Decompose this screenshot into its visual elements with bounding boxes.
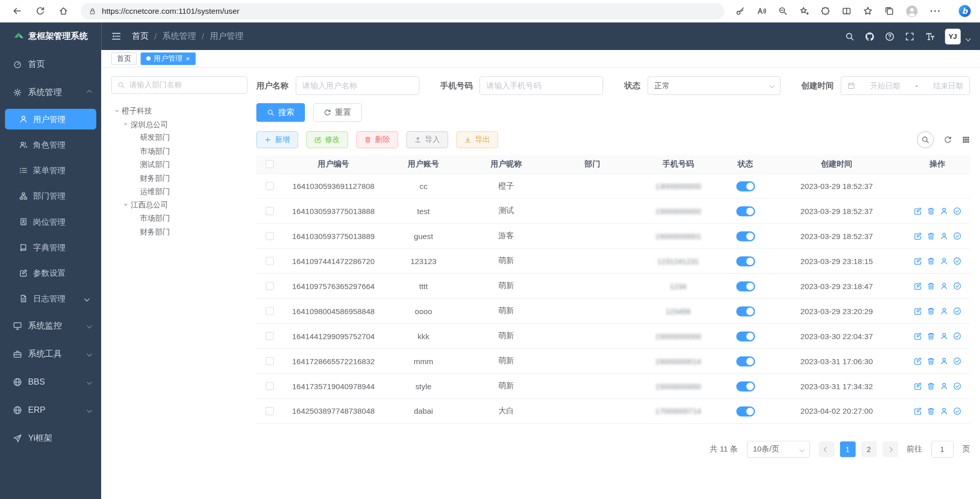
sidebar-item-user-mgmt[interactable]: 用户管理 xyxy=(0,106,101,132)
edit-icon[interactable] xyxy=(914,407,922,415)
status-toggle[interactable] xyxy=(736,256,755,266)
edit-icon[interactable] xyxy=(914,382,922,390)
assign-role-icon[interactable] xyxy=(953,332,961,340)
tree-node[interactable]: 江西总公司 xyxy=(111,199,248,212)
delete-button[interactable]: 删除 xyxy=(356,131,398,148)
delete-icon[interactable] xyxy=(926,407,935,415)
back-icon[interactable] xyxy=(12,6,21,15)
collapse-icon[interactable] xyxy=(111,31,122,41)
tree-node[interactable]: 测试部门 xyxy=(111,158,248,172)
tree-node[interactable]: 财务部门 xyxy=(111,172,248,185)
assign-role-icon[interactable] xyxy=(953,207,961,215)
edit-icon[interactable] xyxy=(914,282,922,290)
row-checkbox[interactable] xyxy=(266,232,274,240)
status-toggle[interactable] xyxy=(736,281,755,291)
reset-password-icon[interactable] xyxy=(940,357,948,365)
more-icon[interactable]: ··· xyxy=(930,6,941,15)
prev-page-button[interactable] xyxy=(819,441,834,457)
close-icon[interactable]: × xyxy=(185,55,190,62)
sidebar-item-log-mgmt[interactable]: 日志管理 xyxy=(0,286,101,312)
tree-node[interactable]: 深圳总公司 xyxy=(111,118,248,131)
tab-user[interactable]: 用户管理× xyxy=(140,52,196,64)
caret-down-icon[interactable] xyxy=(124,123,127,126)
sidebar-item-dict-mgmt[interactable]: 字典管理 xyxy=(0,234,101,260)
assign-role-icon[interactable] xyxy=(953,232,961,240)
assign-role-icon[interactable] xyxy=(953,382,961,390)
tree-node[interactable]: 市场部门 xyxy=(111,145,248,158)
dept-search[interactable] xyxy=(111,76,248,93)
status-toggle[interactable] xyxy=(736,206,755,216)
edit-icon[interactable] xyxy=(914,307,922,315)
delete-icon[interactable] xyxy=(926,382,935,390)
export-button[interactable]: 导出 xyxy=(456,131,498,148)
copilot-icon[interactable]: b xyxy=(958,5,971,18)
status-toggle[interactable] xyxy=(736,356,755,366)
select-all-checkbox[interactable] xyxy=(266,160,274,168)
search-icon[interactable] xyxy=(845,32,854,41)
user-avatar[interactable]: YJ xyxy=(945,29,961,44)
sidebar-item-menu-mgmt[interactable]: 菜单管理 xyxy=(0,158,101,183)
grid-button[interactable] xyxy=(962,136,970,144)
page-button-1[interactable]: 1 xyxy=(840,441,855,457)
tree-node[interactable]: 橙子科技 xyxy=(111,104,248,117)
sidebar-item-system[interactable]: 系统管理 xyxy=(0,78,101,106)
collections-icon[interactable] xyxy=(885,6,894,15)
reset-password-icon[interactable] xyxy=(940,257,948,265)
reset-password-icon[interactable] xyxy=(940,307,948,315)
add-button[interactable]: 新增 xyxy=(256,131,298,148)
row-checkbox[interactable] xyxy=(266,182,274,190)
delete-icon[interactable] xyxy=(926,207,935,215)
row-checkbox[interactable] xyxy=(266,407,274,415)
sidebar-item-param-mgmt[interactable]: 参数设置 xyxy=(0,260,101,286)
row-checkbox[interactable] xyxy=(266,207,274,215)
favorites-add-icon[interactable] xyxy=(799,6,808,15)
status-select[interactable]: 正常 xyxy=(648,76,781,95)
delete-icon[interactable] xyxy=(926,232,935,240)
help-icon[interactable] xyxy=(885,32,894,41)
edit-icon[interactable] xyxy=(914,357,922,365)
home-icon[interactable] xyxy=(59,6,68,15)
profile-icon[interactable] xyxy=(905,5,918,17)
assign-role-icon[interactable] xyxy=(953,257,961,265)
status-toggle[interactable] xyxy=(736,406,755,416)
date-range-picker[interactable]: 开始日期 - 结束日期 xyxy=(841,76,970,95)
goto-page-input[interactable] xyxy=(931,441,953,458)
edit-icon[interactable] xyxy=(914,207,922,215)
row-checkbox[interactable] xyxy=(266,257,274,265)
row-checkbox[interactable] xyxy=(266,382,274,390)
delete-icon[interactable] xyxy=(926,357,935,365)
zoom-out-icon[interactable] xyxy=(778,6,787,15)
reset-button[interactable]: 重置 xyxy=(313,103,362,122)
reset-password-icon[interactable] xyxy=(940,382,948,390)
sidebar-item-tools[interactable]: 系统工具 xyxy=(0,340,101,368)
page-size-select[interactable]: 10条/页 xyxy=(747,441,810,458)
read-aloud-icon[interactable] xyxy=(757,6,766,15)
extensions-icon[interactable] xyxy=(821,6,830,15)
caret-down-icon[interactable] xyxy=(124,204,127,206)
caret-down-icon[interactable] xyxy=(115,110,118,112)
page-button-2[interactable]: 2 xyxy=(861,441,877,457)
tab-home[interactable]: 首页 xyxy=(111,52,137,64)
refresh-icon[interactable] xyxy=(36,6,45,15)
status-toggle[interactable] xyxy=(736,381,755,391)
split-screen-icon[interactable] xyxy=(842,6,851,15)
reset-password-icon[interactable] xyxy=(940,232,948,240)
favorites-bar-icon[interactable] xyxy=(863,6,872,15)
reset-password-icon[interactable] xyxy=(940,407,948,415)
breadcrumb-item[interactable]: 系统管理 xyxy=(162,31,196,42)
status-toggle[interactable] xyxy=(736,331,755,341)
row-checkbox[interactable] xyxy=(266,307,274,315)
row-checkbox[interactable] xyxy=(266,357,274,365)
github-icon[interactable] xyxy=(865,32,874,41)
edit-icon[interactable] xyxy=(914,332,922,340)
font-size-icon[interactable] xyxy=(925,32,934,41)
sidebar-item-bbs[interactable]: BBS xyxy=(0,368,101,396)
edit-button[interactable]: 修改 xyxy=(306,131,348,148)
delete-icon[interactable] xyxy=(926,307,935,315)
reset-password-icon[interactable] xyxy=(940,207,948,215)
sidebar-item-dept-mgmt[interactable]: 部门管理 xyxy=(0,183,101,209)
delete-icon[interactable] xyxy=(926,282,935,290)
sidebar-item-monitor[interactable]: 系统监控 xyxy=(0,312,101,340)
sidebar-item-role-mgmt[interactable]: 角色管理 xyxy=(0,132,101,157)
tree-node[interactable]: 市场部门 xyxy=(111,212,248,225)
